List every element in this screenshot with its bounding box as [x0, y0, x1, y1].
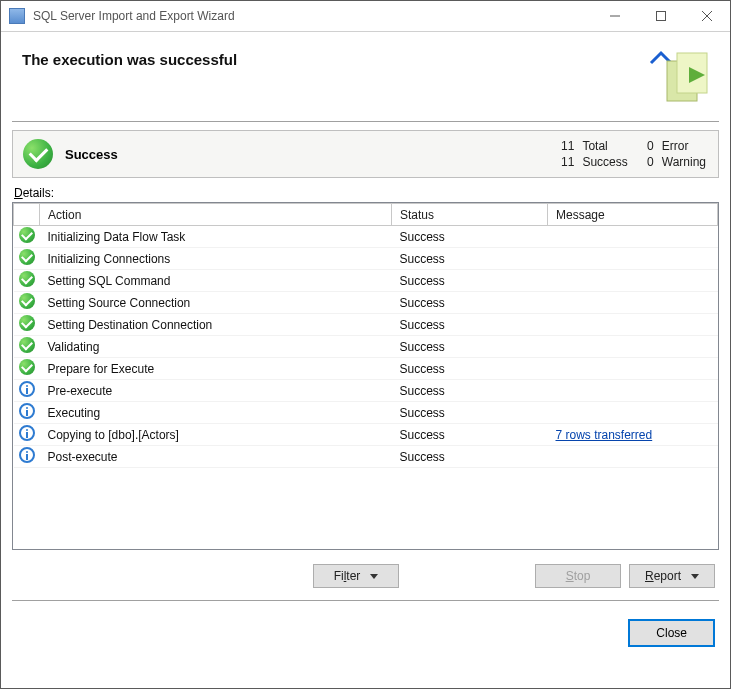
cell-message — [548, 292, 718, 314]
cell-action: Pre-execute — [40, 380, 392, 402]
success-icon — [14, 270, 40, 292]
cell-action: Prepare for Execute — [40, 358, 392, 380]
table-row[interactable]: Setting SQL CommandSuccess — [14, 270, 718, 292]
filter-button[interactable]: Filter — [313, 564, 399, 588]
cell-action: Post-execute — [40, 446, 392, 468]
table-row[interactable]: ExecutingSuccess — [14, 402, 718, 424]
titlebar[interactable]: SQL Server Import and Export Wizard — [1, 1, 730, 32]
warning-label: Warning — [662, 155, 706, 169]
cell-status: Success — [392, 380, 548, 402]
success-label: Success — [582, 155, 627, 169]
success-icon — [23, 139, 53, 169]
footer: Close — [12, 600, 719, 661]
cell-status: Success — [392, 336, 548, 358]
cell-message — [548, 248, 718, 270]
col-status[interactable]: Status — [392, 204, 548, 226]
success-icon — [14, 226, 40, 248]
action-buttons: Filter Stop Report — [12, 550, 719, 600]
maximize-icon — [656, 11, 666, 21]
maximize-button[interactable] — [638, 1, 684, 32]
cell-status: Success — [392, 446, 548, 468]
success-icon — [14, 292, 40, 314]
report-button[interactable]: Report — [629, 564, 715, 588]
cell-message — [548, 402, 718, 424]
status-counts: 11 Total 0 Error 11 Success 0 Warning — [556, 139, 706, 169]
cell-status: Success — [392, 358, 548, 380]
table-row[interactable]: Post-executeSuccess — [14, 446, 718, 468]
cell-message — [548, 270, 718, 292]
page-title: The execution was successful — [22, 51, 237, 68]
minimize-button[interactable] — [592, 1, 638, 32]
cell-status: Success — [392, 292, 548, 314]
status-panel: Success 11 Total 0 Error 11 Success 0 Wa… — [12, 130, 719, 178]
info-icon — [14, 424, 40, 446]
table-row[interactable]: Initializing ConnectionsSuccess — [14, 248, 718, 270]
cell-message — [548, 226, 718, 248]
cell-action: Validating — [40, 336, 392, 358]
success-icon — [14, 248, 40, 270]
cell-status: Success — [392, 248, 548, 270]
success-icon — [14, 336, 40, 358]
stop-button: Stop — [535, 564, 621, 588]
close-button[interactable]: Close — [628, 619, 715, 647]
cell-action: Initializing Data Flow Task — [40, 226, 392, 248]
cell-action: Setting SQL Command — [40, 270, 392, 292]
cell-message — [548, 380, 718, 402]
svg-rect-1 — [657, 12, 666, 21]
details-label: Details: — [14, 186, 717, 200]
cell-status: Success — [392, 402, 548, 424]
cell-status: Success — [392, 226, 548, 248]
cell-message — [548, 336, 718, 358]
error-label: Error — [662, 139, 706, 153]
error-count: 0 — [636, 139, 654, 153]
cell-message — [548, 314, 718, 336]
wizard-header: The execution was successful — [12, 43, 719, 121]
success-count: 11 — [556, 155, 574, 169]
status-text: Success — [65, 147, 118, 162]
minimize-icon — [610, 11, 620, 21]
col-action[interactable]: Action — [40, 204, 392, 226]
table-row[interactable]: Initializing Data Flow TaskSuccess — [14, 226, 718, 248]
table-row[interactable]: Prepare for ExecuteSuccess — [14, 358, 718, 380]
cell-message — [548, 446, 718, 468]
table-row[interactable]: Setting Destination ConnectionSuccess — [14, 314, 718, 336]
cell-status: Success — [392, 314, 548, 336]
window-title: SQL Server Import and Export Wizard — [33, 9, 235, 23]
cell-action: Copying to [dbo].[Actors] — [40, 424, 392, 446]
info-icon — [14, 446, 40, 468]
cell-status: Success — [392, 270, 548, 292]
table-row[interactable]: Pre-executeSuccess — [14, 380, 718, 402]
cell-message — [548, 358, 718, 380]
close-window-button[interactable] — [684, 1, 730, 32]
table-row[interactable]: Copying to [dbo].[Actors]Success7 rows t… — [14, 424, 718, 446]
table-row[interactable]: ValidatingSuccess — [14, 336, 718, 358]
info-icon — [14, 380, 40, 402]
cell-action: Setting Destination Connection — [40, 314, 392, 336]
table-row[interactable]: Setting Source ConnectionSuccess — [14, 292, 718, 314]
success-icon — [14, 314, 40, 336]
col-icon[interactable] — [14, 204, 40, 226]
message-link[interactable]: 7 rows transferred — [556, 428, 653, 442]
col-message[interactable]: Message — [548, 204, 718, 226]
details-grid[interactable]: Action Status Message Initializing Data … — [12, 202, 719, 550]
header-graphic — [649, 49, 713, 108]
success-icon — [14, 358, 40, 380]
total-label: Total — [582, 139, 627, 153]
warning-count: 0 — [636, 155, 654, 169]
total-count: 11 — [556, 139, 574, 153]
table-header-row: Action Status Message — [14, 204, 718, 226]
cell-action: Initializing Connections — [40, 248, 392, 270]
app-icon — [9, 8, 25, 24]
info-icon — [14, 402, 40, 424]
cell-message: 7 rows transferred — [548, 424, 718, 446]
close-icon — [702, 11, 712, 21]
cell-status: Success — [392, 424, 548, 446]
cell-action: Executing — [40, 402, 392, 424]
cell-action: Setting Source Connection — [40, 292, 392, 314]
